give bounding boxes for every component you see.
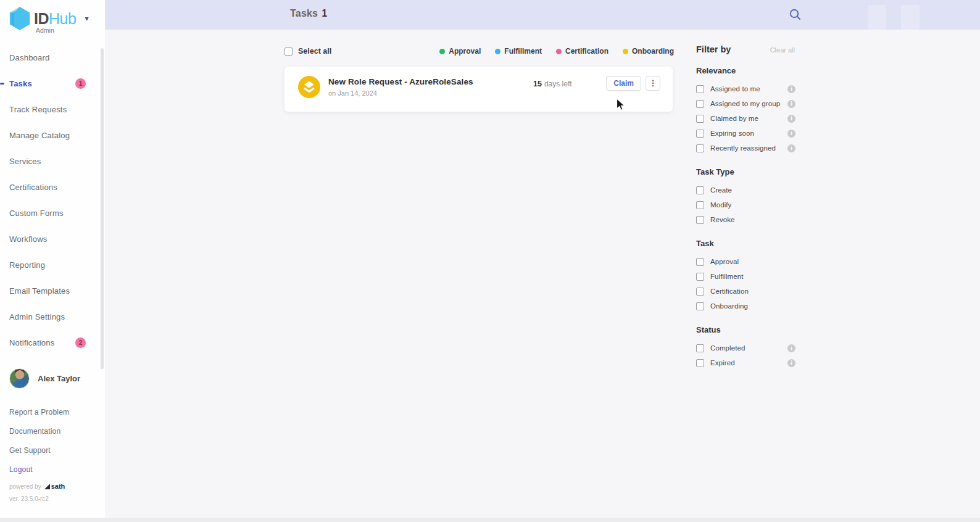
filter-item-label: Completed [710,344,745,352]
info-icon[interactable]: i [787,85,795,93]
app-subtitle: Admin [36,27,54,34]
expired-checkbox[interactable] [696,359,704,367]
filter-item-label: Onboarding [710,302,748,310]
fulfillment-checkbox[interactable] [696,273,704,281]
legend-label: Fulfillment [504,47,542,56]
sidebar: IDHub ▾ Admin Dashboard Tasks 1 Track Re… [0,0,105,522]
top-header: Tasks1 [105,0,980,30]
filter-item-recently-reassigned[interactable]: Recently reassigned i [696,141,795,155]
page-title: Tasks1 [290,8,327,19]
filter-item-expired[interactable]: Expired i [696,355,795,370]
expiring-soon-checkbox[interactable] [696,130,704,138]
select-all[interactable]: Select all [284,47,331,56]
user-profile[interactable]: Alex Taylor [9,368,80,389]
sidebar-item-label: Reporting [9,260,45,270]
version-label: ver. 23.5.0-rc2 [9,495,49,502]
sidebar-item-track-requests[interactable]: Track Requests [0,96,105,122]
logout-link[interactable]: Logout [9,460,69,479]
filter-item-certification[interactable]: Certification [696,284,795,299]
sidebar-item-email-templates[interactable]: Email Templates [0,278,105,304]
certification-dot-icon [556,49,562,54]
days-left: 15days left [533,80,572,88]
filter-item-completed[interactable]: Completed i [696,341,795,355]
sidebar-item-reporting[interactable]: Reporting [0,252,105,278]
filter-section-title-task: Task [696,239,795,248]
kebab-menu-button[interactable]: ⋮ [646,76,660,91]
filter-section-task: Approval Fulfillment Certification Onboa… [696,254,795,313]
select-all-checkbox[interactable] [284,48,293,56]
filter-item-approval[interactable]: Approval [696,254,795,269]
filter-item-create[interactable]: Create [696,183,795,197]
legend-label: Onboarding [632,47,674,56]
filter-item-revoke[interactable]: Revoke [696,212,795,227]
avatar[interactable] [9,368,30,389]
modify-checkbox[interactable] [696,201,704,209]
active-indicator [0,83,4,85]
info-icon[interactable]: i [787,100,795,108]
user-name: Alex Taylor [38,374,80,383]
filter-item-expiring-soon[interactable]: Expiring soon i [696,126,795,141]
header-artifact [868,5,886,30]
claimed-by-me-checkbox[interactable] [696,115,704,123]
filter-item-modify[interactable]: Modify [696,197,795,212]
chevron-down-icon[interactable]: ▾ [85,14,88,23]
notifications-count-badge: 2 [75,338,86,348]
claim-button[interactable]: Claim [606,76,641,91]
sidebar-item-services[interactable]: Services [0,148,105,174]
sidebar-item-label: Track Requests [9,105,67,114]
sidebar-item-certifications[interactable]: Certifications [0,174,105,200]
bottom-edge-strip [0,518,980,522]
filter-item-onboarding[interactable]: Onboarding [696,299,795,313]
report-problem-link[interactable]: Report a Problem [9,402,69,421]
powered-by: powered by sath [9,483,65,490]
create-checkbox[interactable] [696,186,704,194]
logo-prefix: ID [34,10,49,27]
info-icon[interactable]: i [787,144,795,152]
days-left-label: days left [544,80,572,88]
sidebar-item-dashboard[interactable]: Dashboard [0,44,105,70]
page-title-text: Tasks [290,8,318,19]
onboarding-task-icon [298,76,320,98]
documentation-link[interactable]: Documentation [9,421,69,441]
info-icon[interactable]: i [787,344,795,352]
clear-all-button[interactable]: Clear all [770,46,795,54]
sidebar-item-manage-catalog[interactable]: Manage Catalog [0,122,105,148]
filter-item-claimed-by-me[interactable]: Claimed by me i [696,111,795,126]
sidebar-item-custom-forms[interactable]: Custom Forms [0,200,105,226]
assigned-to-me-checkbox[interactable] [696,85,704,93]
certification-checkbox[interactable] [696,288,704,296]
task-card[interactable]: New Role Request - AzureRoleSales on Jan… [284,67,673,112]
sidebar-footer-links: Report a Problem Documentation Get Suppo… [9,402,69,479]
filter-item-assigned-to-me[interactable]: Assigned to me i [696,81,795,96]
tasks-count-badge: 1 [75,78,86,89]
recently-reassigned-checkbox[interactable] [696,144,704,152]
sidebar-item-label: Workflows [9,234,48,244]
powered-by-label: powered by [9,483,41,490]
sidebar-item-notifications[interactable]: Notifications 2 [0,329,105,355]
onboarding-checkbox[interactable] [696,302,704,310]
approval-dot-icon [439,49,445,54]
sidebar-item-tasks[interactable]: Tasks 1 [0,70,105,96]
filter-section-status: Completed i Expired i [696,341,795,370]
sidebar-item-label: Tasks [9,79,32,88]
search-icon[interactable] [789,8,804,23]
filter-panel: Filter by Clear all Relevance Assigned t… [696,44,795,370]
fulfillment-dot-icon [495,49,500,54]
filter-item-assigned-to-my-group[interactable]: Assigned to my group i [696,96,795,111]
info-icon[interactable]: i [787,359,795,367]
sidebar-item-workflows[interactable]: Workflows [0,226,105,252]
info-icon[interactable]: i [787,115,795,123]
legend-label: Approval [449,47,481,56]
completed-checkbox[interactable] [696,344,704,352]
revoke-checkbox[interactable] [696,216,704,224]
info-icon[interactable]: i [787,130,795,138]
filter-section-title-relevance: Relevance [696,66,795,75]
sidebar-scrollbar[interactable] [101,48,104,369]
filter-item-fulfillment[interactable]: Fulfillment [696,269,795,284]
filter-title: Filter by [696,44,731,54]
assigned-to-my-group-checkbox[interactable] [696,100,704,108]
filter-item-label: Claimed by me [710,115,758,122]
sidebar-item-admin-settings[interactable]: Admin Settings [0,304,105,329]
get-support-link[interactable]: Get Support [9,441,69,460]
approval-checkbox[interactable] [696,258,704,266]
